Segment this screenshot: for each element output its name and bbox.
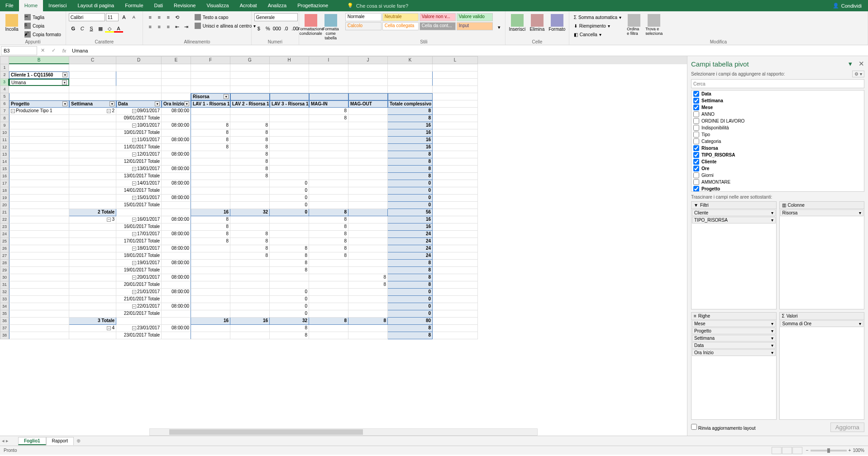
cell[interactable] — [309, 64, 348, 71]
cell[interactable] — [309, 202, 348, 209]
cell[interactable] — [69, 64, 116, 71]
cell[interactable]: 24 — [388, 245, 433, 252]
sheet-nav-buttons[interactable]: ◂ ▸ — [0, 438, 18, 444]
cell[interactable] — [230, 86, 270, 93]
find-select-button[interactable]: Trova e seleziona — [645, 13, 663, 37]
cell[interactable] — [116, 64, 162, 71]
filter-dropdown-icon[interactable]: ▾ — [110, 101, 114, 106]
pivot-cell-ora[interactable] — [162, 202, 191, 209]
cell[interactable]: 16 — [230, 318, 270, 325]
cell[interactable]: 8 — [388, 332, 433, 339]
cell[interactable] — [230, 64, 270, 71]
pivot-cell-data[interactable]: −13/01/2017 — [116, 166, 162, 173]
ribbon-tab-analizza[interactable]: Analizza — [262, 0, 292, 11]
pivot-cell-data[interactable]: −09/01/2017 — [116, 108, 162, 115]
sheet-tab-foglio1[interactable]: Foglio1 — [18, 437, 46, 445]
pivot-cell-progetto[interactable] — [9, 303, 69, 310]
percent-button[interactable]: % — [263, 24, 272, 33]
area-field-progetto[interactable]: Progetto▾ — [692, 328, 776, 334]
cell[interactable] — [433, 64, 478, 71]
pivot-cell-data[interactable]: 13/01/2017 Totale — [116, 173, 162, 180]
zoom-level[interactable]: 100% — [853, 448, 864, 453]
pivot-cell-settimana[interactable] — [69, 122, 116, 129]
cell[interactable] — [69, 71, 116, 79]
cell[interactable] — [9, 93, 69, 100]
pivot-cell-progetto[interactable] — [9, 209, 69, 216]
cell-style-item[interactable]: Valore valido — [457, 13, 493, 21]
area-field-ora-inizio[interactable]: Ora Inizio▾ — [692, 349, 776, 356]
increase-decimal-button[interactable]: .0 — [281, 24, 291, 33]
cell[interactable]: LAV 2 - Risorsa 1 — [230, 100, 270, 108]
align-center-button[interactable]: ≡ — [155, 23, 164, 31]
expand-icon[interactable]: − — [132, 304, 136, 309]
cell[interactable] — [230, 187, 270, 195]
cell[interactable]: 8 — [309, 252, 348, 260]
cell[interactable] — [309, 180, 348, 187]
zoom-slider[interactable] — [811, 450, 847, 451]
pivot-cell-settimana[interactable] — [69, 223, 116, 231]
cell[interactable]: 8 — [230, 122, 270, 129]
pivot-cell-progetto[interactable] — [9, 180, 69, 187]
cell[interactable] — [433, 180, 478, 187]
area-field-tipo_risorsa[interactable]: TIPO_RISORSA▾ — [692, 217, 776, 223]
field-checkbox[interactable] — [693, 179, 699, 185]
cell[interactable] — [191, 115, 230, 122]
cell[interactable]: 8 — [230, 252, 270, 260]
expand-icon[interactable]: − — [132, 152, 136, 157]
pivot-cell-data[interactable]: 12/01/2017 Totale — [116, 158, 162, 166]
pivot-cell-data[interactable]: 23/01/2017 Totale — [116, 332, 162, 339]
cell[interactable]: 8 — [191, 144, 230, 151]
cell[interactable]: 0 — [388, 180, 433, 187]
pivot-field-giorni[interactable]: Giorni — [692, 172, 864, 179]
pivot-cell-progetto[interactable] — [9, 158, 69, 166]
col-header-C[interactable]: C — [69, 56, 116, 64]
cell[interactable] — [433, 144, 478, 151]
col-header-L[interactable]: L — [433, 56, 478, 64]
cell[interactable] — [433, 245, 478, 252]
cell[interactable] — [270, 137, 309, 144]
pivot-cell-data[interactable]: −16/01/2017 — [116, 216, 162, 223]
cell[interactable] — [348, 195, 388, 202]
cell[interactable] — [270, 71, 309, 79]
add-sheet-button[interactable]: ⊕ — [74, 438, 83, 444]
pivot-cell-data[interactable]: 10/01/2017 Totale — [116, 129, 162, 137]
cell[interactable]: 16 — [191, 209, 230, 216]
cell[interactable]: 0 — [388, 202, 433, 209]
cell[interactable] — [433, 71, 478, 79]
ribbon-tab-inserisci[interactable]: Inserisci — [43, 0, 72, 11]
pivot-cell-progetto[interactable] — [9, 231, 69, 238]
increase-font-button[interactable]: A — [119, 13, 129, 21]
row-header-16[interactable]: 16 — [0, 173, 9, 180]
accounting-button[interactable]: $ — [254, 24, 263, 33]
field-checkbox[interactable] — [693, 159, 699, 165]
row-header-6[interactable]: 6 — [0, 100, 9, 108]
align-top-button[interactable]: ≡ — [146, 13, 155, 21]
paste-button[interactable]: Incolla — [3, 13, 21, 33]
pivot-cell-settimana[interactable] — [69, 195, 116, 202]
cell[interactable]: 8 — [270, 267, 309, 274]
pivot-cell-settimana[interactable] — [69, 274, 116, 281]
cell[interactable] — [433, 310, 478, 318]
zoom-out-button[interactable]: − — [806, 448, 809, 453]
cell[interactable] — [348, 289, 388, 296]
cell[interactable] — [348, 231, 388, 238]
cell[interactable] — [433, 151, 478, 158]
row-header-20[interactable]: 20 — [0, 202, 9, 209]
pivot-field-ordine-di-lavoro[interactable]: ORDINE DI LAVORO — [692, 118, 864, 124]
name-box[interactable] — [1, 46, 37, 55]
cell[interactable]: 8 — [348, 318, 388, 325]
pivot-cell-settimana[interactable] — [69, 281, 116, 289]
pivot-field-settimana[interactable]: Settimana — [692, 97, 864, 104]
pivot-field-categoria[interactable]: Categoria — [692, 138, 864, 145]
cell[interactable]: 16 — [388, 216, 433, 223]
cell[interactable] — [433, 166, 478, 173]
cell[interactable] — [191, 296, 230, 303]
cell[interactable]: 0 — [388, 195, 433, 202]
cell[interactable] — [348, 260, 388, 267]
cell[interactable] — [433, 231, 478, 238]
expand-icon[interactable]: − — [132, 218, 136, 222]
align-middle-button[interactable]: ≡ — [155, 13, 164, 21]
cell[interactable] — [348, 129, 388, 137]
cell[interactable]: 0 — [270, 303, 309, 310]
col-header-J[interactable]: J — [348, 56, 388, 64]
